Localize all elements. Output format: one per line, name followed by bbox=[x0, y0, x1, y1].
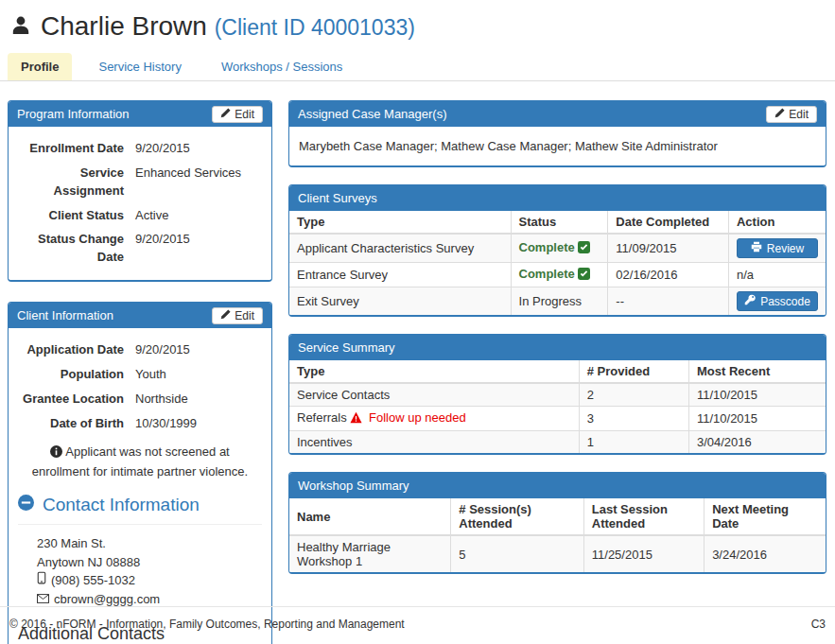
field-client-status: Client Status Active bbox=[18, 207, 262, 225]
printer-icon bbox=[751, 241, 762, 255]
table-row: Entrance Survey Complete 02/16/2016 n/a bbox=[289, 263, 826, 287]
table-row: Referrals Follow up needed 3 11/10/2015 bbox=[289, 407, 826, 431]
panel-title: Client Information bbox=[17, 308, 113, 322]
panel-title: Assigned Case Manager(s) bbox=[298, 107, 447, 121]
contact-information-toggle[interactable]: Contact Information bbox=[18, 481, 262, 525]
column-header: Action bbox=[728, 211, 826, 234]
column-header: Most Recent bbox=[688, 360, 826, 383]
column-header: # Session(s) Attended bbox=[451, 498, 583, 535]
panel-title: Client Surveys bbox=[298, 191, 377, 205]
field-grantee-location: Grantee Location Northside bbox=[18, 391, 262, 409]
panel-title: Program Information bbox=[17, 107, 130, 121]
phone-icon bbox=[37, 571, 46, 590]
panel-title: Workshop Summary bbox=[298, 479, 409, 493]
program-information-header: Program Information Edit bbox=[9, 101, 271, 127]
table-row: Applicant Characteristics Survey Complet… bbox=[289, 234, 826, 263]
case-managers-header: Assigned Case Manager(s) Edit bbox=[289, 101, 826, 127]
workshop-summary-header: Workshop Summary bbox=[289, 473, 826, 498]
warning-triangle-icon bbox=[350, 411, 362, 426]
tab-bar: Profile Service History Workshops / Sess… bbox=[0, 53, 835, 81]
info-circle-icon bbox=[50, 445, 62, 463]
program-information-panel: Program Information Edit Enrollment Date… bbox=[8, 100, 272, 282]
version-label: C3 bbox=[811, 618, 826, 631]
user-icon bbox=[9, 14, 32, 40]
pencil-icon bbox=[774, 108, 785, 121]
column-header: Type bbox=[289, 211, 511, 234]
review-button[interactable]: Review bbox=[737, 238, 818, 258]
client-information-panel: Client Information Edit Application Date… bbox=[8, 302, 272, 644]
column-header: Status bbox=[511, 211, 608, 234]
workshop-summary-panel: Workshop Summary Name # Session(s) Atten… bbox=[288, 472, 826, 574]
pencil-icon bbox=[220, 108, 231, 121]
service-summary-table: Type # Provided Most Recent Service Cont… bbox=[289, 360, 826, 453]
key-icon bbox=[744, 294, 756, 308]
case-managers-edit-button[interactable]: Edit bbox=[766, 106, 817, 123]
address-line-1: 230 Main St. bbox=[37, 534, 262, 553]
service-summary-header: Service Summary bbox=[289, 335, 826, 360]
table-row: Healthy Marriage Workshop 1 5 11/25/2015… bbox=[289, 535, 826, 572]
client-info-edit-button[interactable]: Edit bbox=[212, 307, 263, 324]
field-population: Population Youth bbox=[18, 366, 262, 384]
field-service-assignment: Service Assignment Enhanced Services bbox=[18, 165, 262, 200]
check-square-icon bbox=[578, 241, 590, 256]
tab-service-history[interactable]: Service History bbox=[85, 53, 194, 80]
table-row: Exit Survey In Progress -- Passcode bbox=[289, 287, 826, 316]
field-status-change-date: Status Change Date 9/20/2015 bbox=[18, 231, 262, 267]
workshop-summary-table: Name # Session(s) Attended Last Session … bbox=[289, 498, 826, 572]
status-text: Complete bbox=[519, 240, 575, 254]
column-header: Date Completed bbox=[608, 211, 729, 234]
table-row: Incentives 1 3/04/2016 bbox=[289, 431, 826, 454]
status-text: Complete bbox=[519, 267, 575, 281]
program-info-edit-button[interactable]: Edit bbox=[212, 106, 263, 123]
table-row: Service Contacts 2 11/10/2015 bbox=[289, 383, 826, 407]
field-enrollment-date: Enrollment Date 9/20/2015 bbox=[18, 140, 262, 158]
passcode-button[interactable]: Passcode bbox=[737, 291, 818, 311]
minus-circle-icon[interactable] bbox=[18, 495, 34, 515]
client-surveys-panel: Client Surveys Type Status Date Complete… bbox=[288, 184, 826, 317]
status-text: In Progress bbox=[511, 287, 608, 316]
column-header: Type bbox=[289, 360, 579, 383]
field-date-of-birth: Date of Birth 10/30/1999 bbox=[18, 415, 262, 433]
client-surveys-header: Client Surveys bbox=[289, 185, 826, 211]
panel-title: Service Summary bbox=[298, 340, 395, 355]
case-managers-value: Marybeth Case Manager; Mathew Case Manag… bbox=[289, 127, 826, 165]
check-square-icon bbox=[578, 268, 590, 283]
client-information-header: Client Information Edit bbox=[9, 303, 271, 328]
followup-warning: Follow up needed bbox=[369, 410, 466, 425]
contact-details: 230 Main St. Anytown NJ 08888 (908) 555-… bbox=[37, 534, 262, 608]
field-application-date: Application Date 9/20/2015 bbox=[18, 341, 262, 359]
column-header: # Provided bbox=[579, 360, 688, 383]
column-header: Next Meeting Date bbox=[705, 498, 826, 535]
service-summary-panel: Service Summary Type # Provided Most Rec… bbox=[288, 334, 826, 455]
address-line-2: Anytown NJ 08888 bbox=[37, 553, 262, 572]
pencil-icon bbox=[220, 309, 231, 322]
phone-line: (908) 555-1032 bbox=[37, 571, 262, 590]
client-id: (Client ID 40001033) bbox=[215, 15, 415, 40]
case-managers-panel: Assigned Case Manager(s) Edit Marybeth C… bbox=[288, 100, 826, 167]
client-header: Charlie Brown (Client ID 40001033) bbox=[0, 0, 835, 45]
client-name: Charlie Brown bbox=[41, 11, 207, 41]
tab-profile[interactable]: Profile bbox=[8, 53, 72, 80]
client-surveys-table: Type Status Date Completed Action Applic… bbox=[289, 211, 826, 315]
copyright-text: © 2016 - nFORM - Information, Family Out… bbox=[9, 618, 405, 631]
action-na: n/a bbox=[728, 263, 826, 287]
column-header: Last Session Attended bbox=[583, 498, 704, 535]
tab-workshops-sessions[interactable]: Workshops / Sessions bbox=[208, 53, 356, 80]
column-header: Name bbox=[289, 498, 451, 535]
page-footer: © 2016 - nFORM - Information, Family Out… bbox=[0, 606, 835, 644]
screening-note: Applicant was not screened at enrollment… bbox=[18, 444, 262, 481]
page-title: Charlie Brown (Client ID 40001033) bbox=[41, 11, 415, 42]
